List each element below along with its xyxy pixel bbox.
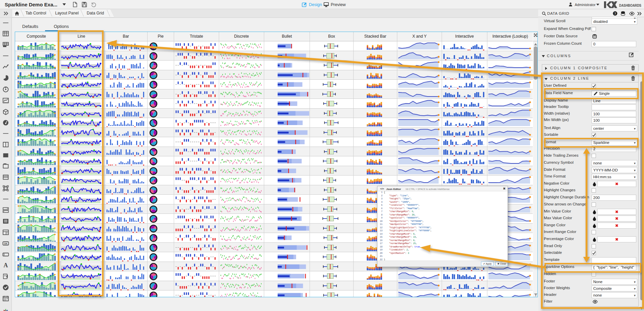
svg-text:OK: OK bbox=[4, 242, 8, 245]
svg-text:?: ? bbox=[614, 12, 616, 15]
svg-text:A: A bbox=[4, 262, 8, 269]
svg-text:DASHBOARDS: DASHBOARDS bbox=[619, 3, 641, 7]
